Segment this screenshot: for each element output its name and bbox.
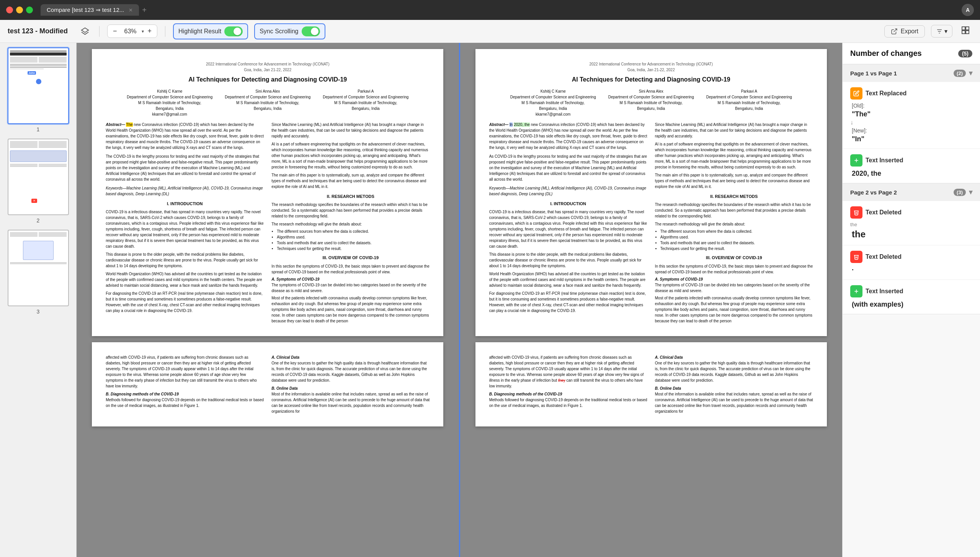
right-keywords: Keywords—Machine Learning (ML), Artifici… <box>489 185 647 197</box>
right-doc-page-1: 2022 International Conference for Advanc… <box>475 49 827 336</box>
left-section-intro: I. INTRODUCTION <box>106 201 264 207</box>
change-item-inserted-1: Text Inserted 2020, the <box>843 149 980 183</box>
tab-label: Compare [test 123 ⇒ test 12... <box>47 7 124 13</box>
right-conference-text: 2022 International Conference for Advanc… <box>489 61 813 73</box>
inserted-icon-1 <box>850 154 862 167</box>
zoom-controls: − 63% ▾ + <box>107 25 157 38</box>
replaced-old-value: "The" <box>850 110 972 118</box>
titlebar: Compare [test 123 ⇒ test 12... ✕ + A <box>0 0 980 20</box>
right-doc-authors: Kshitij C KarneDepartment of Computer Sc… <box>489 88 813 117</box>
export-label: Export <box>901 28 918 35</box>
sync-scrolling-label: Sync Scrolling <box>260 28 298 35</box>
inserted-label-1: Text Inserted <box>866 157 903 164</box>
changes-title: Number of changes <box>850 49 922 58</box>
highlight-result-label: Highlight Result <box>178 28 221 35</box>
changes-header: Number of changes (5) <box>843 43 980 64</box>
tab-close-icon[interactable]: ✕ <box>129 7 133 13</box>
avatar[interactable]: A <box>962 4 974 16</box>
layout-button[interactable] <box>959 23 972 39</box>
deleted-value-1: the <box>850 229 972 240</box>
tab-compare[interactable]: Compare [test 123 ⇒ test 12... ✕ <box>41 4 139 16</box>
left-doc-columns: Abstract— The new Coronavirus infection … <box>106 122 430 324</box>
change-item-replaced: Text Replaced [Old]: "The" ↓ [New]: "In" <box>843 82 980 149</box>
docs-area: 2022 International Conference for Advanc… <box>77 43 842 557</box>
traffic-lights <box>6 7 33 13</box>
left-page2-col-2: A. Clinical Data One of the key sources … <box>271 354 430 414</box>
layers-button[interactable] <box>78 25 91 38</box>
left-doc-panel[interactable]: 2022 International Conference for Advanc… <box>77 43 460 557</box>
change-group-page2-header[interactable]: Page 2 vs Page 2 (3) ▾ <box>843 183 980 201</box>
right-doc-page-2: affected with COVID-19 virus, if patient… <box>475 342 827 426</box>
change-type-inserted-2: Text Inserted <box>850 285 972 297</box>
left-author-3: Parkavi ADepartment of Computer Science … <box>323 88 408 117</box>
right-doc-panel[interactable]: 2022 International Conference for Advanc… <box>460 43 843 557</box>
change-group-page1: Page 1 vs Page 1 (2) ▾ Text Replaced <box>843 64 980 183</box>
separator-2 <box>165 26 165 37</box>
filter-arrow-icon: ▾ <box>944 28 947 35</box>
left-keywords: Keywords—Machine Learning (ML), Artifici… <box>106 185 264 197</box>
thumbnail-2[interactable]: ✕ 2 <box>3 139 73 224</box>
export-button[interactable]: Export <box>884 25 925 38</box>
deleted-value-2: · <box>850 266 972 274</box>
thumbnail-3[interactable]: 3 <box>3 230 73 315</box>
maximize-button[interactable] <box>26 7 33 13</box>
sync-toggle[interactable] <box>302 26 320 36</box>
replaced-new-label: [New]: <box>850 127 972 134</box>
right-doc-title: AI Techniques for Detecting and Diagnosi… <box>489 76 813 84</box>
left-page2-col-1: affected with COVID-19 virus, if patient… <box>106 354 264 414</box>
svg-rect-6 <box>966 27 969 30</box>
inserted-icon-2 <box>850 285 862 297</box>
main-layout: John 1 <box>0 43 980 557</box>
thumbnail-1-number: 1 <box>37 126 40 132</box>
svg-rect-8 <box>966 31 969 34</box>
right-page2-col-2: A. Clinical Data One of the key sources … <box>655 354 813 414</box>
left-doc-inner: 2022 International Conference for Advanc… <box>77 43 459 557</box>
thumbnail-2-image: ✕ <box>8 139 69 215</box>
right-col-1: Abstract— In 2020, the new Coronavirus i… <box>489 122 647 324</box>
tab-add-button[interactable]: + <box>142 6 147 15</box>
left-doc-page-1: 2022 International Conference for Advanc… <box>92 49 443 336</box>
left-conference-text: 2022 International Conference for Advanc… <box>106 61 430 73</box>
right-doc-columns: Abstract— In 2020, the new Coronavirus i… <box>489 122 813 324</box>
left-doc-authors: Kshitij C KarneDepartment of Computer Sc… <box>106 88 430 117</box>
zoom-in-button[interactable]: + <box>145 26 154 36</box>
filter-button[interactable]: ▾ <box>931 25 952 38</box>
svg-marker-0 <box>82 28 88 32</box>
chevron-down-icon: ▾ <box>969 69 972 77</box>
thumbnails-panel: John 1 <box>0 43 77 557</box>
changes-total-count: (5) <box>958 50 972 57</box>
right-doc-inner: 2022 International Conference for Advanc… <box>460 43 843 557</box>
close-button[interactable] <box>6 7 13 13</box>
left-doc-page2-columns: affected with COVID-19 virus, if patient… <box>106 354 430 414</box>
change-type-deleted-1: Text Deleted <box>850 206 972 219</box>
zoom-out-button[interactable]: − <box>111 26 119 36</box>
change-type-inserted-1: Text Inserted <box>850 154 972 167</box>
minimize-button[interactable] <box>16 7 23 13</box>
right-author-1: Kshitij C KarneDepartment of Computer Sc… <box>510 88 596 117</box>
left-doc-title: AI Techniques for Detecting and Diagnosi… <box>106 76 430 84</box>
deleted-icon-2 <box>850 251 862 263</box>
change-type-replaced: Text Replaced <box>850 87 972 100</box>
svg-rect-5 <box>962 27 965 30</box>
right-page2-col-1: affected with COVID-19 virus, if patient… <box>489 354 647 414</box>
highlight-toggle[interactable] <box>224 26 243 36</box>
thumbnail-1[interactable]: John 1 <box>3 47 73 132</box>
left-col-2: Since Machine Learning (ML) and Artifici… <box>271 122 430 324</box>
svg-rect-7 <box>962 31 965 34</box>
zoom-dropdown-arrow[interactable]: ▾ <box>142 29 144 34</box>
doc-title: test 123 - Modified <box>8 27 68 35</box>
sync-scrolling-group: Sync Scrolling <box>254 23 325 39</box>
replaced-new-value: "In" <box>850 135 972 143</box>
change-item-inserted-2: Text Inserted (with examples) <box>843 280 980 314</box>
left-author-2: Sini Anna AlexDepartment of Computer Sci… <box>225 88 310 117</box>
left-author-1: Kshitij C KarneDepartment of Computer Sc… <box>127 88 212 117</box>
replaced-icon <box>850 87 862 100</box>
deleted-context-1: the <box>850 222 972 227</box>
thumbnail-3-number: 3 <box>37 309 40 315</box>
right-col-2: Since Machine Learning (ML) and Artifici… <box>655 122 813 324</box>
separator-1 <box>99 26 100 37</box>
change-group-page1-header[interactable]: Page 1 vs Page 1 (2) ▾ <box>843 64 980 82</box>
svg-line-1 <box>893 29 897 32</box>
change-group-page2-label: Page 2 vs Page 2 <box>850 189 897 196</box>
replaced-label: Text Replaced <box>866 90 906 97</box>
